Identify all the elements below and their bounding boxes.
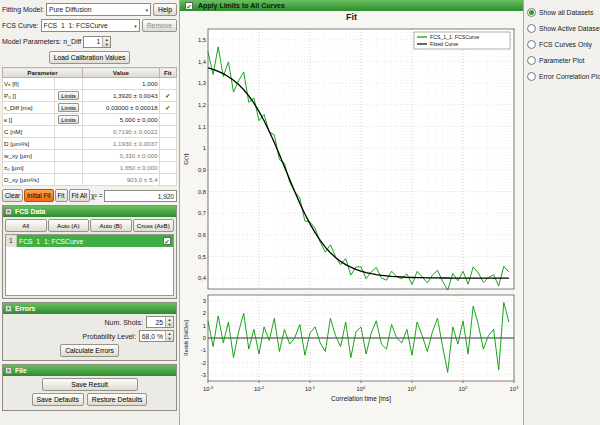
limits-button[interactable]: Limits [58, 91, 79, 100]
svg-text:0,4: 0,4 [198, 275, 207, 281]
fitting-model-select[interactable]: Pure Diffusion ▾ [46, 3, 151, 16]
probability-stepper[interactable]: 68,0 % ▲ ▼ [139, 330, 174, 342]
model-parameters-label: Model Parameters: [2, 38, 61, 45]
fit-all-button[interactable]: Fit All [69, 189, 90, 202]
svg-text:103: 103 [510, 385, 519, 392]
header-value: Value [83, 68, 160, 78]
radio-icon [527, 40, 536, 49]
n-diff-stepper[interactable]: 1 ▲ ▼ [83, 36, 111, 48]
spinner-arrows[interactable]: ▲ ▼ [165, 331, 173, 341]
limits-button[interactable]: Limits [58, 103, 79, 112]
param-limits-cell [55, 150, 83, 162]
param-fit-checkbox[interactable] [159, 114, 176, 126]
param-value[interactable]: 1,1930 ± 0,0037 [83, 138, 160, 150]
svg-text:1: 1 [203, 145, 206, 151]
param-row: z₀ [µm]1,650 ± 0,000 [3, 162, 177, 174]
param-fit-checkbox[interactable] [159, 126, 176, 138]
param-row: w_xy [µm]0,330 ± 0,000 [3, 150, 177, 162]
num-shots-value: 25 [147, 317, 165, 327]
spin-down-icon[interactable]: ▼ [103, 42, 110, 47]
svg-text:102: 102 [459, 385, 468, 392]
apply-limits-checkbox[interactable]: ✔ [185, 2, 193, 10]
all-button[interactable]: All [5, 219, 47, 232]
clear-button[interactable]: Clear [2, 189, 23, 202]
plot-legend: FCS_1_1: FCSCurveFitted Curve [414, 32, 510, 49]
radio-dot [529, 10, 534, 15]
load-calibration-button[interactable]: Load Calibration Values [49, 51, 131, 64]
close-icon[interactable]: ✕ [5, 208, 12, 215]
param-fit-checkbox[interactable] [159, 138, 176, 150]
initial-fit-button[interactable]: Initial Fit [24, 189, 53, 202]
restore-defaults-button[interactable]: Restore Defaults [87, 393, 148, 406]
dataset-checkbox[interactable]: ✔ [163, 237, 171, 245]
param-fit-checkbox[interactable]: ✔ [159, 102, 176, 114]
param-name: τ_Diff [ms] [3, 102, 55, 114]
calculate-errors-button[interactable]: Calculate Errors [60, 344, 119, 357]
spin-down-icon[interactable]: ▼ [166, 336, 173, 341]
param-value[interactable]: 0,330 ± 0,000 [83, 150, 160, 162]
param-row: D_xy [µm²/s]903,0 ± 5,4 [3, 174, 177, 186]
close-icon[interactable]: ✕ [5, 367, 12, 374]
svg-text:10-3: 10-3 [203, 385, 214, 392]
fcs-data-section: ✕ FCS Data AllAuto (A)Auto (B)Cross (AxB… [2, 205, 177, 299]
radio-error-correlation-plot[interactable]: Error Correlation Plot [527, 72, 600, 81]
auto-b-button[interactable]: Auto (B) [90, 219, 132, 232]
param-limits-cell: Limits [55, 114, 83, 126]
help-button[interactable]: Help [153, 3, 177, 16]
auto-a-button[interactable]: Auto (A) [48, 219, 90, 232]
remove-button[interactable]: Remove [142, 19, 177, 32]
errors-body: Num. Shots: 25 ▲ ▼ Probability Level: 68… [3, 314, 176, 360]
fitting-model-value: Pure Diffusion [49, 6, 92, 13]
svg-text:-2: -2 [201, 360, 206, 366]
svg-text:-3: -3 [201, 372, 206, 378]
file-body: Save Result Save Defaults Restore Defaul… [3, 376, 176, 410]
radio-parameter-plot[interactable]: Parameter Plot [527, 56, 600, 65]
param-value[interactable]: 5,000 ± 0,000 [83, 114, 160, 126]
radio-fcs-curves-only[interactable]: FCS Curves Only [527, 40, 600, 49]
svg-text:-1: -1 [201, 347, 206, 353]
dataset-row[interactable]: 1FCS_1_1: FCSCurve✔ [6, 235, 173, 247]
fcs-data-header: ✕ FCS Data [3, 206, 176, 217]
spinner-arrows[interactable]: ▲ ▼ [165, 317, 173, 327]
radio-label: Parameter Plot [539, 57, 584, 64]
param-fit-checkbox[interactable] [159, 150, 176, 162]
radio-show-active-dataset[interactable]: Show Active Dataset [527, 24, 600, 33]
svg-text:101: 101 [408, 385, 417, 392]
fcs-curve-select[interactable]: FCS_1_1: FCSCurve ▾ [41, 19, 140, 32]
chart-area: 0,40,50,60,70,80,911,11,21,31,41,5-3-2-1… [180, 23, 523, 425]
param-fit-checkbox[interactable] [159, 162, 176, 174]
num-shots-stepper[interactable]: 25 ▲ ▼ [146, 316, 174, 328]
param-value[interactable]: 0,03000 ± 0,00018 [83, 102, 160, 114]
save-defaults-button[interactable]: Save Defaults [32, 393, 84, 406]
errors-section: ✕ Errors Num. Shots: 25 ▲ ▼ Probability … [2, 302, 177, 361]
svg-text:0: 0 [203, 335, 206, 341]
apply-limits-label: Apply Limits to All Curves [198, 2, 285, 9]
dataset-list[interactable]: 1FCS_1_1: FCSCurve✔ [5, 234, 174, 296]
radio-icon [527, 8, 536, 17]
param-limits-cell [55, 138, 83, 150]
param-value[interactable]: 903,0 ± 5,4 [83, 174, 160, 186]
spinner-arrows[interactable]: ▲ ▼ [102, 37, 110, 47]
param-row: P₀ []Limits1,3920 ± 0,0043✔ [3, 90, 177, 102]
spin-down-icon[interactable]: ▼ [166, 322, 173, 327]
fcs-data-body: AllAuto (A)Auto (B)Cross (AxB) 1FCS_1_1:… [3, 217, 176, 298]
param-value[interactable]: 1,650 ± 0,000 [83, 162, 160, 174]
param-fit-checkbox[interactable]: ✔ [159, 90, 176, 102]
y-axis-label-main: G(τ) [182, 153, 189, 164]
param-row: κ []Limits5,000 ± 0,000 [3, 114, 177, 126]
param-value[interactable]: 1,3920 ± 0,0043 [83, 90, 160, 102]
param-value[interactable]: 0,7190 ± 0,0022 [83, 126, 160, 138]
fit-actions-row: ClearInitial FitFitFit Allχ² =1,920 [2, 189, 177, 202]
param-fit-checkbox[interactable] [159, 78, 176, 90]
radio-show-all-datasets[interactable]: Show all Datasets [527, 8, 600, 17]
svg-text:0,7: 0,7 [198, 210, 206, 216]
n-diff-value: 1 [84, 37, 102, 47]
param-value[interactable]: 1,000 [83, 78, 160, 90]
save-result-button[interactable]: Save Result [42, 378, 138, 391]
limits-button[interactable]: Limits [58, 115, 79, 124]
param-fit-checkbox[interactable] [159, 174, 176, 186]
cross-ab-button[interactable]: Cross (AxB) [133, 219, 175, 232]
param-name: z₀ [µm] [3, 162, 55, 174]
close-icon[interactable]: ✕ [5, 305, 12, 312]
fit-button[interactable]: Fit [55, 189, 68, 202]
